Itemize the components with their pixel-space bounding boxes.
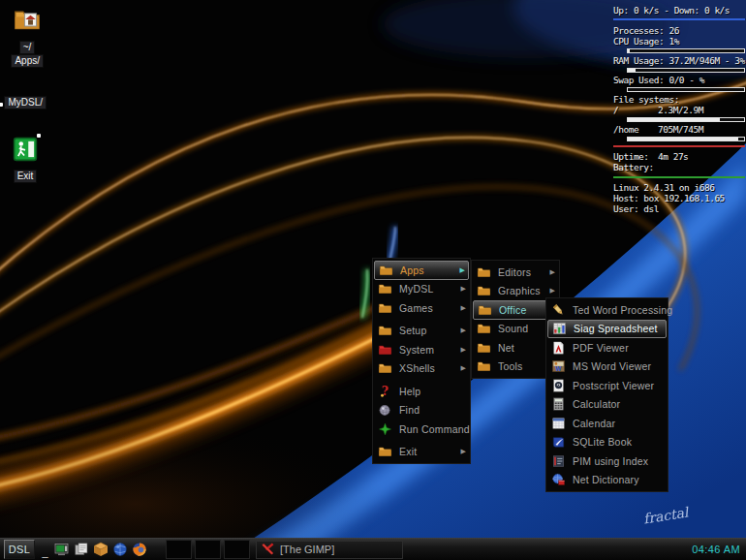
desktop-icon-home[interactable]: ~/ [4, 6, 50, 54]
desktop-icon-label: Exit [14, 170, 38, 183]
user-text: User: dsl [613, 204, 745, 214]
submenu-arrow-icon: ▶ [459, 266, 465, 274]
menu-item-calendar[interactable]: Calendar [547, 414, 667, 433]
submenu-arrow-icon: ▶ [460, 448, 466, 455]
root-fs-text: / 2.3M/2.9M [613, 106, 745, 115]
office-submenu: Ted Word ProcessingSiag SpreadsheetPDF V… [545, 297, 668, 492]
desktop-icon-mydsl[interactable]: MyDSL/ [0, 92, 47, 109]
battery-text: Battery: [613, 163, 745, 172]
root-menu: Apps▶MyDSL▶Games▶Setup▶System▶XShells▶?H… [372, 258, 471, 464]
home-fs-text: /home 705M/745M [613, 125, 745, 135]
postscript-icon [551, 378, 568, 392]
menu-item-exit[interactable]: Exit▶ [374, 443, 469, 462]
menu-item-label: Sound [498, 323, 545, 334]
folder-icon [477, 284, 493, 298]
ram-usage-text: RAM Usage: 37.2M/946M - 3% [613, 56, 745, 66]
menu-item-label: Graphics [498, 285, 545, 296]
menu-item-pim-using-index[interactable]: PIM using Index [547, 451, 667, 471]
dsl-menu-button[interactable]: DSL [4, 540, 35, 559]
menu-item-label: Ted Word Processing [573, 304, 672, 316]
menu-item-label: Tools [498, 360, 545, 372]
menu-item-label: Help [399, 386, 466, 397]
iconify-icon[interactable]: _ [39, 541, 51, 558]
folder-icon [477, 359, 493, 374]
menu-item-xshells[interactable]: XShells▶ [374, 359, 469, 379]
home-fs-bar [627, 137, 745, 141]
folder-icon [378, 445, 394, 459]
menu-item-mydsl[interactable]: MyDSL▶ [374, 280, 469, 299]
menu-item-postscript-viewer[interactable]: Postscript Viewer [547, 376, 667, 395]
home-fs-value: 705M/745M [658, 125, 703, 135]
menu-item-help[interactable]: ?Help [374, 382, 469, 401]
run-icon [378, 421, 394, 436]
home-fs-name: /home [613, 125, 658, 135]
submenu-arrow-icon: ▶ [460, 364, 466, 372]
folder-red-icon [378, 342, 394, 357]
menu-item-net-dictionary[interactable]: Net Dictionary [547, 471, 667, 490]
menu-item-sqlite-book[interactable]: SQLite Book [547, 433, 667, 452]
submenu-arrow-icon: ▶ [460, 327, 466, 334]
menu-item-games[interactable]: Games▶ [374, 298, 469, 318]
menu-item-label: Editors [498, 266, 545, 278]
menu-item-label: PIM using Index [573, 455, 664, 467]
menu-item-run-command[interactable]: Run Command [374, 420, 469, 439]
menu-item-label: XShells [399, 362, 456, 374]
pencil-icon [551, 302, 568, 317]
uptime-value: 4m 27s [658, 152, 688, 162]
launcher-package-icon[interactable] [92, 541, 109, 558]
menu-item-label: PDF Viewer [573, 342, 664, 354]
menu-item-label: Find [399, 404, 466, 416]
menu-item-editors[interactable]: Editors▶ [473, 263, 558, 282]
menu-item-label: Apps [400, 264, 455, 276]
menu-item-label: MyDSL [399, 283, 456, 295]
netdict-icon [551, 473, 568, 487]
uptime-label: Uptime: [613, 152, 658, 162]
swap-usage-text: Swap Used: 0/0 - % [613, 76, 745, 85]
workspace-slot[interactable] [224, 540, 250, 559]
filesystems-header: File systems: [613, 95, 745, 105]
menu-item-pdf-viewer[interactable]: PDF Viewer [547, 338, 667, 358]
folder-icon [378, 361, 394, 376]
desktop-icon-exit[interactable]: Exit [2, 137, 48, 183]
kernel-text: Linux 2.4.31 on i686 [613, 183, 745, 193]
menu-item-siag-spreadsheet[interactable]: Siag Spreadsheet [547, 320, 667, 339]
launcher-firefox-icon[interactable] [131, 541, 148, 558]
gimp-icon [261, 542, 276, 557]
launcher-files-icon[interactable] [73, 541, 90, 558]
menu-item-ted-word-processing[interactable]: Ted Word Processing [547, 300, 667, 320]
calculator-icon [551, 397, 568, 412]
menu-item-find[interactable]: Find [374, 401, 469, 420]
submenu-arrow-icon: ▶ [460, 285, 466, 293]
sqlite-icon [551, 435, 568, 450]
taskbar: DSL _ [The GIMP] 04:46 AM [0, 538, 746, 560]
menu-item-ms-word-viewer[interactable]: WMS Word Viewer [547, 358, 667, 377]
clock: 04:46 AM [692, 544, 742, 555]
launcher-terminal-icon[interactable] [53, 541, 71, 558]
menu-item-label: Office [499, 304, 544, 316]
workspace-slot[interactable] [195, 540, 221, 559]
menu-item-calculator[interactable]: Calculator [547, 395, 667, 415]
menu-item-label: Postscript Viewer [573, 380, 664, 391]
submenu-arrow-icon: ▶ [549, 287, 555, 295]
menu-item-system[interactable]: System▶ [374, 340, 469, 359]
workspace-slot[interactable] [166, 540, 192, 559]
submenu-arrow-icon: ▶ [460, 346, 466, 354]
system-monitor: Up: 0 k/s - Down: 0 k/s Processes: 26 CP… [613, 6, 745, 215]
folder-icon [378, 282, 394, 296]
submenu-arrow-icon: ▶ [460, 304, 466, 312]
folder-icon [477, 340, 493, 355]
divider-red [613, 145, 745, 147]
menu-item-apps[interactable]: Apps▶ [374, 261, 469, 280]
menu-item-setup[interactable]: Setup▶ [374, 322, 469, 341]
menu-item-label: MS Word Viewer [573, 360, 664, 372]
menu-item-label: Run Command [399, 423, 470, 435]
task-button-gimp[interactable]: [The GIMP] [256, 541, 403, 559]
divider-green [613, 176, 745, 178]
pim-icon [551, 453, 568, 468]
cpu-usage-text: CPU Usage: 1% [613, 37, 745, 47]
menu-item-label: Games [399, 302, 456, 314]
spreadsheet-icon [552, 322, 569, 336]
menu-item-label: Siag Spreadsheet [574, 323, 663, 334]
desktop-icon-apps[interactable]: Apps/ [2, 50, 48, 68]
launcher-globe-icon[interactable] [111, 541, 129, 558]
